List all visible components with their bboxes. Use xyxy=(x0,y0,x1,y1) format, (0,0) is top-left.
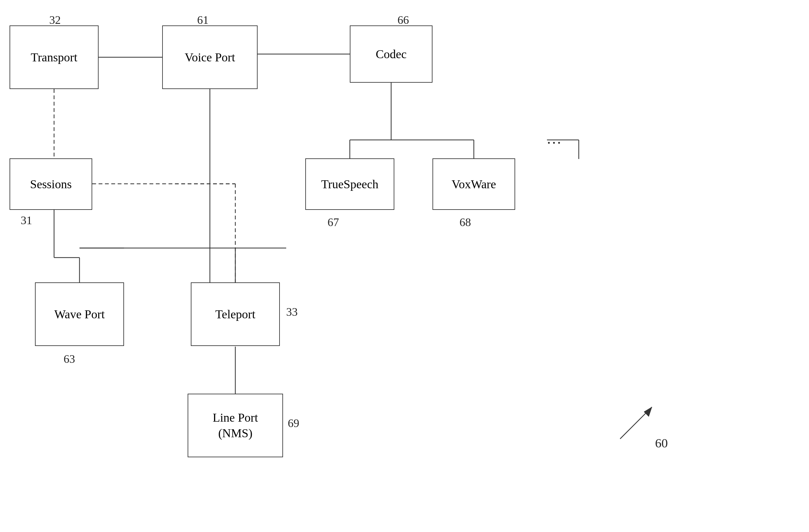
sessions-number: 31 xyxy=(21,214,32,227)
line-port-number: 69 xyxy=(288,416,299,430)
voxware-number: 68 xyxy=(460,216,471,229)
voice-port-box: Voice Port xyxy=(162,25,258,89)
reference-number: 60 xyxy=(655,436,668,451)
line-port-box: Line Port(NMS) xyxy=(188,394,283,457)
diagram: Transport 32 Voice Port 61 Codec 66 Sess… xyxy=(0,0,809,532)
teleport-box: Teleport xyxy=(191,282,280,346)
transport-box: Transport xyxy=(10,25,99,89)
teleport-number: 33 xyxy=(286,305,298,319)
truespeech-number: 67 xyxy=(328,216,339,229)
truespeech-box: TrueSpeech xyxy=(305,158,394,210)
dots-label: ... xyxy=(547,130,562,147)
codec-number: 66 xyxy=(397,13,409,27)
svg-marker-22 xyxy=(644,407,652,416)
codec-box: Codec xyxy=(350,25,432,83)
wave-port-box: Wave Port xyxy=(35,282,124,346)
sessions-box: Sessions xyxy=(10,158,92,210)
voxware-box: VoxWare xyxy=(432,158,515,210)
voice-port-number: 61 xyxy=(197,13,209,27)
transport-number: 32 xyxy=(49,13,61,27)
wave-port-number: 63 xyxy=(64,352,75,366)
